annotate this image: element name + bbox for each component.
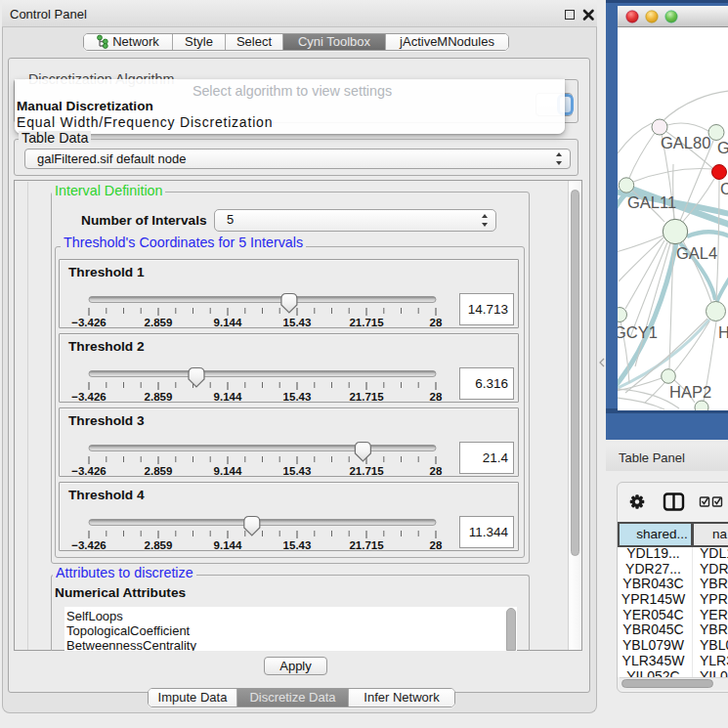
svg-text:2.859: 2.859 xyxy=(145,539,173,551)
svg-text:21.715: 21.715 xyxy=(349,391,384,403)
svg-text:GCY1: GCY1 xyxy=(618,323,658,341)
svg-text:−3.426: −3.426 xyxy=(71,539,107,551)
svg-text:28: 28 xyxy=(430,317,443,328)
svg-text:28: 28 xyxy=(430,391,443,403)
svg-text:2.859: 2.859 xyxy=(145,465,173,477)
svg-text:15.43: 15.43 xyxy=(283,391,312,403)
svg-text:9.144: 9.144 xyxy=(214,539,242,551)
svg-text:GAL80: GAL80 xyxy=(661,134,710,151)
svg-text:2.859: 2.859 xyxy=(145,317,173,328)
svg-text:21.715: 21.715 xyxy=(349,317,384,328)
svg-text:HAP2: HAP2 xyxy=(669,383,711,401)
svg-text:−3.426: −3.426 xyxy=(71,317,107,328)
svg-text:GAL11: GAL11 xyxy=(627,193,676,211)
svg-text:−3.426: −3.426 xyxy=(71,391,107,403)
svg-text:15.43: 15.43 xyxy=(283,317,312,328)
svg-text:15.43: 15.43 xyxy=(283,539,312,551)
svg-text:9.144: 9.144 xyxy=(214,317,242,328)
svg-text:28: 28 xyxy=(430,539,443,551)
svg-text:28: 28 xyxy=(430,465,443,477)
svg-text:GAL: GAL xyxy=(717,139,728,156)
svg-text:CY: CY xyxy=(720,180,728,197)
svg-text:−3.426: −3.426 xyxy=(71,465,107,477)
svg-text:15.43: 15.43 xyxy=(283,465,312,477)
svg-text:9.144: 9.144 xyxy=(214,465,242,477)
svg-text:2.859: 2.859 xyxy=(145,391,173,403)
svg-text:21.715: 21.715 xyxy=(349,465,384,477)
svg-text:21.715: 21.715 xyxy=(349,539,384,551)
svg-text:GAL4: GAL4 xyxy=(676,244,717,262)
svg-text:HI: HI xyxy=(718,323,728,341)
svg-text:9.144: 9.144 xyxy=(214,391,242,403)
